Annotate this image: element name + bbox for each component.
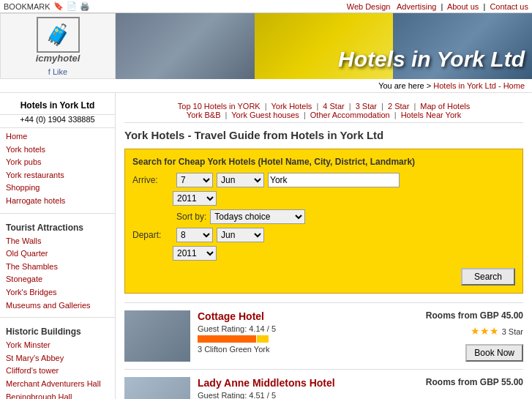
sidebar-yorks-bridges[interactable]: York's Bridges (6, 286, 109, 299)
sidebar-york-restaurants[interactable]: York restaurants (6, 169, 109, 182)
top-bar: BOOKMARK 🔖 📄 🖨️ Web Design Advertising |… (0, 0, 532, 13)
sep8: | (394, 111, 397, 119)
sidebar-phone: +44 (0) 1904 338885 (0, 115, 115, 128)
nav-hotels-near[interactable]: Hotels Near York (401, 111, 462, 119)
nav-other-acc[interactable]: Other Accommodation (310, 111, 390, 119)
sidebar-tourist: Tourist Attractions The Walls Old Quarte… (0, 217, 115, 315)
hotel-rating-text-cottage: Guest Rating: 4.14 / 5 (198, 324, 413, 333)
search-button[interactable]: Search (461, 268, 515, 286)
sidebar-historic-title: Historic Buildings (6, 327, 109, 337)
sidebar-the-shambles[interactable]: The Shambles (6, 261, 109, 274)
arrive-year-select[interactable]: 20112012 (173, 191, 217, 206)
hotel-thumb-cottage (124, 310, 190, 362)
bm-icon3: 🖨️ (80, 1, 90, 11)
arrive-day-select[interactable]: 7123456 (176, 173, 213, 187)
sep4: | (381, 102, 383, 111)
hotel-price-cottage: Rooms from GBP 45.00 (426, 310, 523, 321)
hotel-listings: Cottage Hotel Guest Rating: 4.14 / 5 3 C… (124, 302, 523, 399)
nav-4star[interactable]: 4 Star (323, 102, 344, 111)
hotel-price-ladyanne: Rooms from GBP 55.00 (426, 377, 523, 387)
facebook-icon: f (48, 67, 50, 76)
arrive-month-select[interactable]: JunJanFebMar (217, 173, 264, 187)
hotel-stars-label-cottage: 3 Star (502, 327, 523, 336)
sidebar-shopping[interactable]: Shopping (6, 182, 109, 195)
sidebar-york-pubs[interactable]: York pubs (6, 156, 109, 169)
depart-month-select[interactable]: JunJul (217, 228, 264, 242)
depart-year-row: 20112012 (173, 246, 400, 261)
content-wrapper: Hotels in York Ltd +44 (0) 1904 338885 H… (0, 93, 532, 399)
top-nav-bar: Top 10 Hotels in YORK | York Hotels | 4 … (124, 99, 523, 123)
hotel-info-ladyanne: Lady Anne Middletons Hotel Guest Rating:… (198, 377, 413, 399)
sidebar-museums[interactable]: Museums and Galleries (6, 299, 109, 313)
nav-3star[interactable]: 3 Star (356, 102, 377, 111)
sidebar-historic: Historic Buildings York Minster St Mary'… (0, 321, 115, 399)
sidebar-york-minster[interactable]: York Minster (6, 339, 109, 352)
sidebar-cliffords-tower[interactable]: Clifford's tower (6, 365, 109, 378)
sep5: | (413, 102, 416, 111)
sidebar-hotel-name: Hotels in York Ltd (0, 97, 115, 115)
sort-select[interactable]: Todays choice Price Rating (210, 209, 305, 224)
hotel-right-cottage: Rooms from GBP 45.00 ★★★ 3 Star Book Now (421, 310, 523, 362)
sidebar-merchant-hall[interactable]: Merchant Adventurers Hall (6, 378, 109, 391)
arrive-row: Arrive: 7123456 JunJanFebMar (132, 173, 400, 187)
logo-area: 🧳 icmyhotel f Like (0, 13, 116, 79)
depart-day-select[interactable]: 8910 (176, 228, 213, 242)
about-us-link[interactable]: About us (447, 2, 479, 11)
arrive-label: Arrive: (132, 175, 173, 185)
nav-map[interactable]: Map of Hotels (420, 102, 470, 111)
nav-bb[interactable]: York B&B (187, 111, 221, 119)
sep6: | (225, 111, 228, 119)
logo-text: icmyhotel (36, 53, 80, 64)
sort-label: Sort by: (176, 212, 206, 222)
sidebar-divider2 (0, 317, 115, 318)
hotel-right-ladyanne: Rooms from GBP 55.00 Book Now (421, 377, 523, 399)
header: 🧳 icmyhotel f Like Hotels in York Ltd (0, 13, 532, 79)
search-box-title: Search for Cheap York Hotels (Hotel Name… (132, 157, 515, 167)
hotel-rating-bar-cottage (198, 335, 413, 343)
web-design-link[interactable]: Web Design (347, 2, 391, 11)
like-button[interactable]: f Like (48, 67, 67, 76)
sidebar-the-walls[interactable]: The Walls (6, 235, 109, 248)
hotel-listing-ladyanne: Lady Anne Middletons Hotel Guest Rating:… (124, 369, 523, 399)
sidebar-divider1 (0, 213, 115, 214)
sidebar-main-links: Home York hotels York pubs York restaura… (0, 128, 115, 210)
top-bar-left: BOOKMARK 🔖 📄 🖨️ (4, 1, 90, 11)
breadcrumb: You are here > Hotels in York Ltd - Home (0, 79, 532, 93)
search-left: Arrive: 7123456 JunJanFebMar 20112012 (132, 173, 400, 264)
bm-icon2: 📄 (67, 1, 77, 11)
hotel-name-ladyanne[interactable]: Lady Anne Middletons Hotel (198, 377, 413, 389)
nav-guest-houses[interactable]: York Guest houses (231, 111, 299, 119)
sidebar-york-hotels[interactable]: York hotels (6, 143, 109, 157)
depart-year-select[interactable]: 20112012 (173, 246, 217, 261)
hotel-rating-text-ladyanne: Guest Rating: 4.51 / 5 (198, 391, 413, 399)
breadcrumb-home-link[interactable]: Hotels in York Ltd - Home (433, 81, 525, 90)
sidebar-stonegate[interactable]: Stonegate (6, 273, 109, 286)
nav-2star[interactable]: 2 Star (388, 102, 409, 111)
book-btn-cottage[interactable]: Book Now (465, 344, 523, 362)
sidebar-home[interactable]: Home (6, 130, 109, 143)
main-content: Top 10 Hotels in YORK | York Hotels | 4 … (116, 93, 532, 399)
sidebar-harrogate-hotels[interactable]: Harrogate hotels (6, 195, 109, 208)
hotel-name-cottage[interactable]: Cottage Hotel (198, 310, 413, 322)
page-title: York Hotels - Travel Guide from Hotels i… (124, 129, 523, 141)
sidebar-st-marys[interactable]: St Mary's Abbey (6, 352, 109, 365)
hotel-stars-icons-cottage: ★★★ (471, 325, 499, 337)
sidebar-beningbrough[interactable]: Beningbrough Hall (6, 391, 109, 400)
nav-york-hotels[interactable]: York Hotels (271, 102, 312, 111)
sep3: | (349, 102, 351, 111)
contact-us-link[interactable]: Contact us (490, 2, 528, 11)
hotel-thumb-ladyanne (124, 377, 190, 399)
sidebar-tourist-title: Tourist Attractions (6, 223, 109, 233)
advertising-link[interactable]: Advertising (397, 2, 436, 11)
sep7: | (304, 111, 306, 119)
nav-top10[interactable]: Top 10 Hotels in YORK (178, 102, 261, 111)
logo-box: 🧳 (37, 17, 80, 53)
location-input[interactable] (268, 173, 400, 187)
logo-suitcase-icon: 🧳 (45, 23, 71, 47)
sort-row: Sort by: Todays choice Price Rating (132, 209, 400, 224)
sidebar-old-quarter[interactable]: Old Quarter (6, 247, 109, 261)
sep2: | (316, 102, 318, 111)
hotel-address-cottage: 3 Clifton Green York (198, 345, 413, 354)
depart-label: Depart: (132, 230, 173, 240)
breadcrumb-text: You are here > (378, 81, 433, 90)
